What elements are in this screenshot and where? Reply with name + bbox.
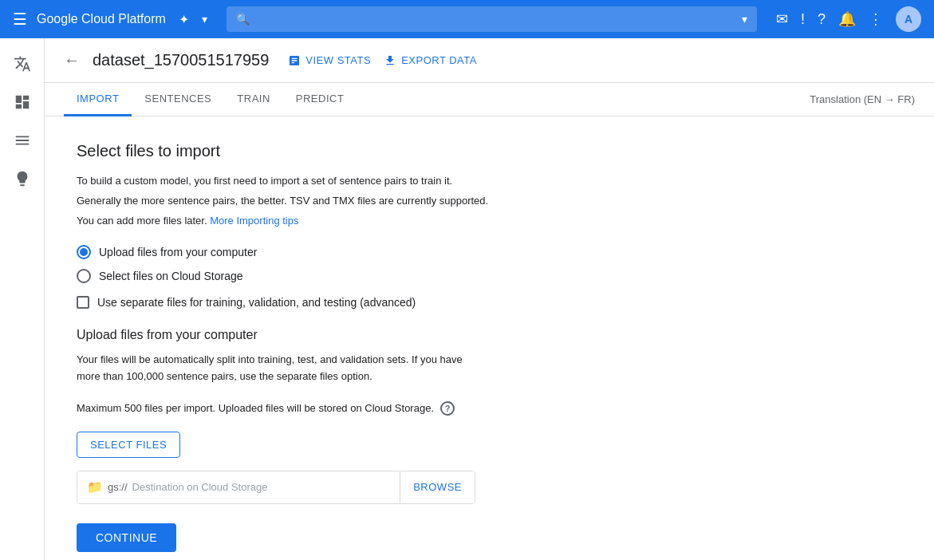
cloud-storage-input-row: 📁 gs:// Destination on Cloud Storage BRO… [77,471,475,504]
mail-icon[interactable]: ✉ [776,10,788,28]
export-data-button[interactable]: EXPORT DATA [384,54,477,67]
source-radio-group: Upload files from your computer Select f… [77,245,902,283]
tab-sentences[interactable]: SENTENCES [132,83,224,116]
hamburger-menu-icon[interactable]: ☰ [13,10,27,29]
cloud-input-placeholder: Destination on Cloud Storage [132,481,268,493]
tab-language-info: Translation (EN → FR) [810,93,915,105]
description-line2: Generally the more sentence pairs, the b… [77,193,902,210]
checkbox-box-icon [77,296,89,309]
checkbox-label: Use separate files for training, validat… [97,296,416,309]
separate-files-checkbox[interactable]: Use separate files for training, validat… [77,296,902,309]
radio-button-cloud [77,269,91,283]
top-navigation: ☰ Google Cloud Platform ✦ ▾ 🔍 ▾ ✉ ! ? 🔔 … [0,0,934,38]
description-line3: You can add more files later. More Impor… [77,213,902,230]
cloud-storage-input[interactable]: 📁 gs:// Destination on Cloud Storage [77,471,400,503]
project-dropdown-arrow: ▾ [202,13,207,26]
radio-upload-computer[interactable]: Upload files from your computer [77,245,902,259]
sidebar [0,38,45,560]
cloud-storage-note-text: Maximum 500 files per import. Uploaded f… [77,402,434,414]
nav-icons: ✉ ! ? 🔔 ⋮ A [776,6,921,32]
browse-button[interactable]: BROWSE [400,471,475,503]
notifications-icon[interactable]: 🔔 [838,10,856,28]
back-button[interactable]: ← [64,51,80,69]
content-area: Select files to import To build a custom… [45,116,934,560]
search-dropdown-arrow: ▾ [742,13,747,26]
description-line1: To build a custom model, you first need … [77,173,902,190]
radio-cloud-label: Select files on Cloud Storage [99,270,243,282]
continue-button[interactable]: CONTINUE [77,523,176,552]
app-title: Google Cloud Platform [37,12,166,26]
sidebar-list-icon[interactable] [6,124,38,156]
cloud-storage-note: Maximum 500 files per import. Uploaded f… [77,401,902,416]
folder-icon: 📁 [87,479,103,495]
select-files-button[interactable]: SELECT FILES [77,432,180,458]
project-dropdown[interactable]: ▾ [202,13,207,26]
subsection-desc: Your files will be automatically split i… [77,352,902,385]
tab-import[interactable]: IMPORT [64,83,132,116]
search-icon: 🔍 [236,13,250,26]
search-bar[interactable]: 🔍 ▾ [227,6,757,32]
cloud-prefix-text: gs:// [108,481,128,493]
radio-selected-indicator [80,248,88,256]
header-bar: ← dataset_1570051517959 VIEW STATS EXPOR… [45,38,934,83]
more-tips-link[interactable]: More Importing tips [210,215,298,227]
avatar[interactable]: A [896,6,921,32]
alert-icon[interactable]: ! [801,11,805,28]
subsection-title: Upload files from your computer [77,328,902,342]
main-content: ← dataset_1570051517959 VIEW STATS EXPOR… [45,38,934,560]
tab-train[interactable]: TRAIN [224,83,283,116]
layout: ← dataset_1570051517959 VIEW STATS EXPOR… [0,38,934,560]
export-data-label: EXPORT DATA [401,54,477,66]
header-actions: VIEW STATS EXPORT DATA [288,54,477,67]
tab-predict[interactable]: PREDICT [283,83,357,116]
tabs-bar: IMPORT SENTENCES TRAIN PREDICT Translati… [45,83,934,116]
radio-cloud-storage[interactable]: Select files on Cloud Storage [77,269,902,283]
radio-upload-label: Upload files from your computer [99,246,257,258]
sidebar-dashboard-icon[interactable] [6,86,38,118]
more-options-icon[interactable]: ⋮ [869,10,883,28]
radio-button-upload [77,245,91,259]
view-stats-label: VIEW STATS [305,54,371,66]
page-title: Select files to import [77,142,902,160]
help-icon[interactable]: ? [818,11,826,28]
google-apps-icon[interactable]: ✦ [179,12,189,27]
sidebar-translate-icon[interactable] [6,48,38,80]
help-tooltip-icon[interactable]: ? [440,401,455,416]
sidebar-lightbulb-icon[interactable] [6,163,38,195]
view-stats-button[interactable]: VIEW STATS [288,54,371,67]
dataset-title: dataset_1570051517959 [93,51,269,69]
